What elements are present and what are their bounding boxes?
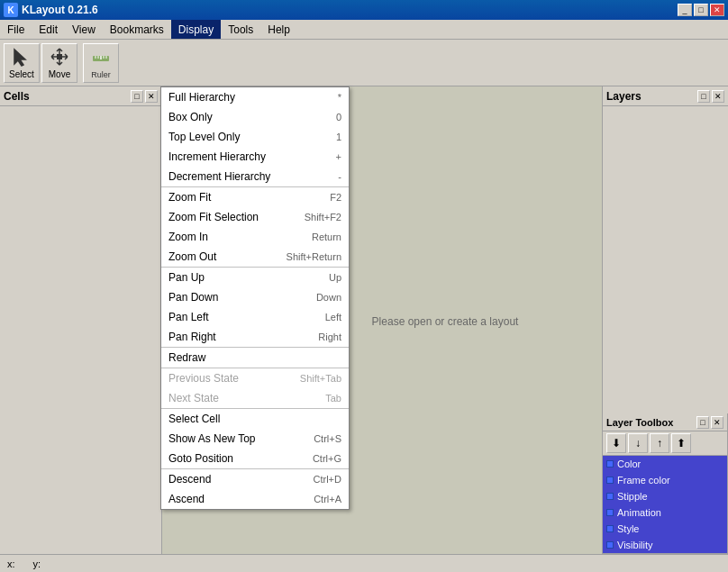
ruler-tool-button[interactable]: Ruler bbox=[83, 43, 119, 83]
menu-top-level-only[interactable]: Top Level Only 1 bbox=[161, 127, 349, 147]
menu-file[interactable]: File bbox=[0, 20, 32, 39]
layer-style-swatch bbox=[606, 525, 614, 532]
layer-stipple-item[interactable]: Stipple bbox=[603, 488, 727, 504]
zoom-fit-label: Zoom Fit bbox=[168, 191, 211, 204]
ruler-icon bbox=[90, 47, 112, 68]
pan-right-shortcut: Right bbox=[318, 331, 341, 342]
arrow-down-button[interactable]: ↓ bbox=[628, 433, 648, 453]
menu-display[interactable]: Display bbox=[171, 20, 221, 39]
menu-goto-position[interactable]: Goto Position Ctrl+G bbox=[161, 449, 349, 468]
pan-up-shortcut: Up bbox=[329, 272, 341, 283]
top-level-only-label: Top Level Only bbox=[168, 131, 240, 143]
menu-box-only[interactable]: Box Only 0 bbox=[161, 107, 349, 127]
menu-zoom-fit[interactable]: Zoom Fit F2 bbox=[161, 187, 349, 207]
layer-color-label: Color bbox=[617, 459, 641, 469]
layer-toolbox: Layer Toolbox □ ✕ ⬇ ↓ ↑ ⬆ Color Frame co… bbox=[602, 413, 728, 554]
layer-toolbox-maximize-button[interactable]: □ bbox=[696, 416, 709, 429]
menu-pan-down[interactable]: Pan Down Down bbox=[161, 287, 349, 307]
layer-animation-item[interactable]: Animation bbox=[603, 504, 727, 521]
menu-next-state: Next State Tab bbox=[161, 388, 349, 408]
increment-hierarchy-label: Increment Hierarchy bbox=[168, 150, 266, 163]
cells-header: Cells □ ✕ bbox=[0, 86, 161, 106]
zoom-fit-shortcut: F2 bbox=[330, 192, 341, 203]
redraw-label: Redraw bbox=[168, 351, 205, 364]
cells-panel-controls: □ ✕ bbox=[131, 90, 158, 103]
menu-help[interactable]: Help bbox=[260, 20, 297, 39]
menu-show-as-new-top[interactable]: Show As New Top Ctrl+S bbox=[161, 429, 349, 449]
menu-tools[interactable]: Tools bbox=[221, 20, 260, 39]
layer-stipple-swatch bbox=[606, 493, 614, 500]
layers-maximize-button[interactable]: □ bbox=[697, 90, 710, 103]
arrow-up-button[interactable]: ↑ bbox=[650, 433, 669, 453]
next-state-shortcut: Tab bbox=[325, 393, 341, 404]
zoom-out-shortcut: Shift+Return bbox=[287, 251, 341, 262]
select-tool-button[interactable]: Select bbox=[4, 43, 40, 83]
move-icon bbox=[49, 46, 70, 68]
menu-pan-left[interactable]: Pan Left Left bbox=[161, 307, 349, 327]
layer-visibility-swatch bbox=[606, 541, 614, 549]
layers-header: Layers □ ✕ bbox=[603, 86, 728, 106]
canvas-placeholder: Please open or create a layout bbox=[372, 315, 519, 328]
cells-panel: Cells □ ✕ bbox=[0, 86, 162, 556]
app-icon: K bbox=[4, 3, 18, 17]
ascend-label: Ascend bbox=[168, 493, 205, 505]
next-state-label: Next State bbox=[168, 392, 219, 404]
menu-section-descend: Descend Ctrl+D Ascend Ctrl+A bbox=[161, 469, 349, 509]
menu-ascend[interactable]: Ascend Ctrl+A bbox=[161, 489, 349, 509]
arrow-up-double-button[interactable]: ⬆ bbox=[671, 433, 691, 453]
cells-close-button[interactable]: ✕ bbox=[145, 90, 158, 103]
layer-toolbox-close-button[interactable]: ✕ bbox=[711, 416, 723, 429]
menu-pan-right[interactable]: Pan Right Right bbox=[161, 327, 349, 347]
layer-visibility-item[interactable]: Visibility bbox=[603, 537, 727, 553]
decrement-hierarchy-shortcut: - bbox=[338, 171, 341, 182]
layer-frame-color-item[interactable]: Frame color bbox=[603, 472, 727, 488]
toolbar: Select Move Ruler bbox=[0, 40, 728, 86]
cells-maximize-button[interactable]: □ bbox=[131, 90, 143, 103]
menu-decrement-hierarchy[interactable]: Decrement Hierarchy - bbox=[161, 167, 349, 186]
arrow-down-double-button[interactable]: ⬇ bbox=[606, 433, 626, 453]
increment-hierarchy-shortcut: + bbox=[336, 151, 341, 162]
menu-bookmarks[interactable]: Bookmarks bbox=[103, 20, 171, 39]
ascend-shortcut: Ctrl+A bbox=[314, 494, 341, 504]
menu-zoom-in[interactable]: Zoom In Return bbox=[161, 227, 349, 247]
menu-zoom-out[interactable]: Zoom Out Shift+Return bbox=[161, 247, 349, 267]
show-as-new-top-label: Show As New Top bbox=[168, 432, 256, 445]
maximize-button[interactable]: □ bbox=[694, 4, 708, 16]
menu-pan-up[interactable]: Pan Up Up bbox=[161, 268, 349, 287]
y-coord-label: y: bbox=[33, 558, 41, 569]
menu-previous-state: Previous State Shift+Tab bbox=[161, 368, 349, 388]
pan-left-shortcut: Left bbox=[325, 312, 341, 322]
menu-select-cell[interactable]: Select Cell bbox=[161, 409, 349, 429]
menu-increment-hierarchy[interactable]: Increment Hierarchy + bbox=[161, 147, 349, 167]
menu-redraw[interactable]: Redraw bbox=[161, 348, 349, 368]
zoom-in-label: Zoom In bbox=[168, 231, 208, 243]
menu-section-redraw: Redraw bbox=[161, 348, 349, 368]
layer-toolbox-title: Layer Toolbox bbox=[606, 417, 673, 428]
move-tool-button[interactable]: Move bbox=[41, 43, 77, 83]
menu-view[interactable]: View bbox=[65, 20, 103, 39]
show-as-new-top-shortcut: Ctrl+S bbox=[314, 433, 341, 444]
title-text: KLayout 0.21.6 bbox=[22, 4, 98, 16]
cells-content bbox=[0, 106, 161, 556]
layer-color-item[interactable]: Color bbox=[603, 456, 727, 472]
menu-edit[interactable]: Edit bbox=[32, 20, 65, 39]
menu-section-zoom: Zoom Fit F2 Zoom Fit Selection Shift+F2 … bbox=[161, 187, 349, 268]
full-hierarchy-label: Full Hierarchy bbox=[168, 91, 235, 104]
pan-down-label: Pan Down bbox=[168, 291, 218, 304]
layers-close-button[interactable]: ✕ bbox=[712, 90, 724, 103]
minimize-button[interactable]: _ bbox=[678, 4, 692, 16]
pan-left-label: Pan Left bbox=[168, 311, 209, 323]
select-label: Select bbox=[9, 69, 34, 79]
decrement-hierarchy-label: Decrement Hierarchy bbox=[168, 170, 270, 183]
menu-zoom-fit-selection[interactable]: Zoom Fit Selection Shift+F2 bbox=[161, 207, 349, 227]
menu-full-hierarchy[interactable]: Full Hierarchy * bbox=[161, 87, 349, 107]
title-controls: _ □ ✕ bbox=[678, 4, 724, 16]
layer-style-item[interactable]: Style bbox=[603, 521, 727, 537]
close-button[interactable]: ✕ bbox=[710, 4, 724, 16]
title-bar-left: K KLayout 0.21.6 bbox=[4, 3, 98, 17]
x-coord-label: x: bbox=[7, 558, 15, 569]
title-bar: K KLayout 0.21.6 _ □ ✕ bbox=[0, 0, 728, 20]
menu-descend[interactable]: Descend Ctrl+D bbox=[161, 469, 349, 489]
previous-state-shortcut: Shift+Tab bbox=[300, 373, 341, 384]
layer-color-swatch bbox=[606, 460, 614, 468]
